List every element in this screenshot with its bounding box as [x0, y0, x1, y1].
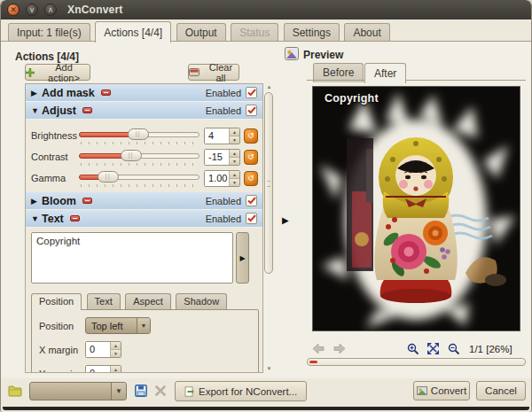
zoom-in-button[interactable] — [405, 342, 420, 355]
actions-scrollbar[interactable]: ▲ ▼ — [264, 83, 274, 373]
scroll-up-icon[interactable]: ▲ — [264, 83, 274, 91]
slider-handle[interactable] — [121, 150, 142, 161]
clear-all-button[interactable]: Clear all — [188, 64, 239, 81]
export-icon — [184, 386, 195, 397]
clear-all-label: Clear all — [203, 62, 239, 83]
action-name: Adjust — [42, 105, 76, 117]
enabled-checkbox[interactable] — [246, 105, 257, 116]
window-maximize-button[interactable]: ∧ — [44, 4, 57, 16]
preview-group-title: Preview — [303, 49, 343, 61]
contrast-value[interactable]: -15 — [205, 150, 229, 165]
brightness-spinbox[interactable]: 4 ▲▼ — [204, 128, 240, 144]
position-value: Top left — [86, 318, 137, 333]
window-minimize-button[interactable]: ∨ — [26, 4, 38, 16]
preview-position-slider[interactable] — [307, 358, 526, 366]
add-action-label: Add action> — [38, 62, 90, 83]
previous-image-button[interactable] — [310, 343, 326, 355]
adjust-body: Brightness 4 ▲▼ ↺ Contrast — [26, 120, 262, 192]
xnconvert-window: ✕ ∨ ∧ XnConvert Input: 1 file(s) Actions… — [0, 0, 532, 412]
spin-buttons[interactable]: ▲▼ — [229, 150, 239, 165]
y-margin-spinbox[interactable]: 0 ▲▼ — [85, 365, 121, 373]
gamma-reset-button[interactable]: ↺ — [244, 171, 258, 186]
contrast-reset-button[interactable]: ↺ — [244, 150, 258, 165]
convert-button[interactable]: Convert — [413, 381, 470, 400]
action-bloom-header[interactable]: ▶ Bloom Enabled — [26, 192, 262, 210]
preview-image: Copyright — [312, 86, 520, 331]
watermark-text-input[interactable]: Copyright — [31, 232, 233, 284]
gamma-slider[interactable] — [79, 170, 200, 186]
save-preset-button[interactable] — [134, 384, 148, 398]
add-action-button[interactable]: Add action> — [25, 64, 90, 81]
remove-action-icon[interactable] — [101, 89, 111, 96]
spin-up-icon: ▲ — [230, 128, 239, 136]
tab-about[interactable]: About — [344, 23, 389, 43]
subtab-aspect[interactable]: Aspect — [125, 293, 171, 309]
x-margin-value[interactable]: 0 — [86, 342, 110, 357]
enabled-checkbox[interactable] — [246, 87, 257, 98]
collapse-caret-icon[interactable]: ▶ — [31, 89, 42, 97]
subtab-text[interactable]: Text — [87, 293, 121, 309]
save-icon — [135, 385, 147, 397]
cancel-button[interactable]: Cancel — [476, 381, 526, 400]
spin-up-icon: ▲ — [230, 171, 239, 179]
expand-caret-icon[interactable]: ▼ — [31, 106, 42, 115]
tab-output[interactable]: Output — [176, 23, 226, 43]
spin-buttons[interactable]: ▲▼ — [229, 171, 239, 186]
remove-action-icon[interactable] — [82, 107, 92, 113]
window-close-button[interactable]: ✕ — [7, 4, 20, 16]
subtab-shadow[interactable]: Shadow — [176, 293, 227, 309]
expand-caret-icon[interactable]: ▼ — [31, 214, 42, 223]
contrast-slider[interactable] — [79, 149, 200, 165]
spin-buttons[interactable]: ▲▼ — [110, 366, 121, 373]
text-variables-button[interactable]: ▶ — [236, 232, 249, 284]
tab-input[interactable]: Input: 1 file(s) — [8, 23, 90, 43]
contrast-spinbox[interactable]: -15 ▲▼ — [204, 149, 240, 166]
x-margin-spinbox[interactable]: 0 ▲▼ — [85, 341, 121, 358]
fit-to-window-button[interactable] — [426, 342, 441, 355]
splitter-expand-icon[interactable]: ▶ — [282, 215, 289, 225]
scrollbar-thumb[interactable] — [264, 92, 273, 274]
text-subtabs: Position Text Aspect Shadow — [26, 288, 262, 309]
remove-action-icon[interactable] — [82, 198, 92, 204]
convert-icon — [417, 386, 427, 395]
spin-buttons[interactable]: ▲▼ — [229, 128, 239, 144]
page-zoom-indicator: 1/1 [26%] — [469, 344, 512, 354]
action-add-mask-header[interactable]: ▶ Add mask Enabled — [26, 84, 262, 102]
next-image-button[interactable] — [331, 343, 347, 355]
gamma-label: Gamma — [31, 173, 79, 183]
dropdown-arrow-icon: ▼ — [137, 318, 150, 333]
prev-arrow-icon — [313, 344, 325, 354]
preset-combobox[interactable]: ▼ — [29, 382, 127, 400]
enabled-label: Enabled — [206, 214, 241, 224]
y-margin-value[interactable]: 0 — [86, 366, 110, 373]
convert-label: Convert — [431, 385, 466, 396]
combobox-arrow-icon: ▼ — [111, 383, 126, 400]
brightness-reset-button[interactable]: ↺ — [244, 128, 258, 144]
action-text-header[interactable]: ▼ Text Enabled — [26, 210, 262, 228]
brightness-slider[interactable] — [79, 128, 200, 144]
brightness-value[interactable]: 4 — [205, 128, 229, 144]
subtab-position[interactable]: Position — [31, 293, 82, 310]
enabled-checkbox[interactable] — [246, 213, 257, 224]
zoom-out-icon — [448, 343, 460, 355]
tab-actions[interactable]: Actions [4/4] — [95, 21, 171, 43]
export-nconvert-button[interactable]: Export for NConvert... — [175, 381, 307, 401]
position-dropdown[interactable]: Top left ▼ — [85, 317, 151, 334]
remove-action-icon[interactable] — [70, 215, 80, 222]
slider-handle[interactable] — [128, 128, 149, 140]
spin-buttons[interactable]: ▲▼ — [110, 342, 121, 357]
folder-icon — [8, 385, 22, 397]
tab-settings[interactable]: Settings — [284, 23, 340, 43]
gamma-spinbox[interactable]: 1.00 ▲▼ — [204, 170, 240, 187]
bottom-toolbar: ▼ Export for NConvert... Convert Cancel — [1, 378, 531, 407]
scroll-down-icon[interactable]: ▼ — [264, 365, 274, 373]
spin-up-icon: ▲ — [111, 366, 121, 373]
collapse-caret-icon[interactable]: ▶ — [31, 197, 42, 206]
slider-handle[interactable] — [98, 171, 119, 183]
scripts-folder-button[interactable] — [8, 384, 22, 398]
zoom-out-button[interactable] — [446, 342, 461, 355]
action-adjust-header[interactable]: ▼ Adjust Enabled — [26, 102, 262, 120]
tab-after[interactable]: After — [364, 63, 406, 83]
gamma-value[interactable]: 1.00 — [205, 171, 229, 186]
enabled-checkbox[interactable] — [246, 195, 257, 206]
